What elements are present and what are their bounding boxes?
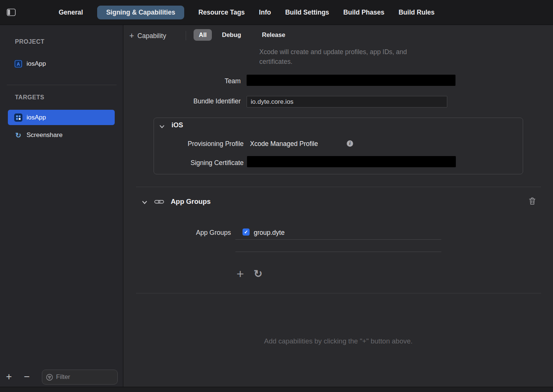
checkmark-icon: ✓ xyxy=(244,229,248,235)
app-groups-field-label: App Groups xyxy=(124,229,231,237)
add-capability-label: Capability xyxy=(138,32,166,40)
refresh-target-icon: ↻ xyxy=(14,131,22,139)
project-section-header: PROJECT xyxy=(15,38,44,45)
project-item-iosapp[interactable]: A iosApp xyxy=(8,56,115,71)
svg-text:A: A xyxy=(17,62,20,67)
signing-certificate-redacted[interactable] xyxy=(247,156,456,167)
target-item-screenshare[interactable]: ↻ Screenshare xyxy=(8,128,115,142)
ios-signing-group: iOS Provisioning Profile Xcode Managed P… xyxy=(154,118,523,174)
xcode-window: General Signing & Capabilities Resource … xyxy=(0,0,553,392)
sidebar-toggle-button[interactable] xyxy=(6,9,16,17)
provisioning-profile-label: Provisioning Profile xyxy=(154,140,244,148)
window-bottom-edge xyxy=(0,387,553,392)
app-groups-disclosure-button[interactable] xyxy=(142,200,147,205)
filter-input[interactable] xyxy=(56,373,114,381)
chevron-down-icon xyxy=(142,200,147,205)
tab-resource-tags[interactable]: Resource Tags xyxy=(198,6,245,19)
plus-icon: + xyxy=(129,32,134,40)
ios-disclosure-button[interactable] xyxy=(160,124,164,130)
team-label: Team xyxy=(124,77,241,85)
target-item-label: Screenshare xyxy=(27,131,62,139)
app-group-checkbox[interactable]: ✓ xyxy=(242,228,250,236)
signing-capabilities-editor: + Capability All Debug Release Xcode wil… xyxy=(124,25,553,392)
app-groups-section-title: App Groups xyxy=(171,197,211,206)
section-divider xyxy=(136,187,541,187)
app-group-entry-label[interactable]: group.dyte xyxy=(254,229,285,237)
provisioning-profile-value[interactable]: Xcode Managed Profile xyxy=(250,140,318,148)
tab-build-phases[interactable]: Build Phases xyxy=(343,6,384,19)
add-app-group-button[interactable]: + xyxy=(237,267,244,280)
target-app-icon xyxy=(14,113,22,122)
project-app-icon: A xyxy=(14,60,22,68)
sidebar-panel-icon xyxy=(7,12,16,17)
chevron-down-icon xyxy=(160,124,164,130)
info-icon[interactable]: i xyxy=(347,140,353,147)
tab-build-rules[interactable]: Build Rules xyxy=(399,6,435,19)
project-item-label: iosApp xyxy=(27,60,46,68)
signing-note-line1: Xcode will create and update profiles, a… xyxy=(259,48,407,56)
filter-icon xyxy=(46,374,53,381)
remove-target-button[interactable]: − xyxy=(24,371,30,382)
sidebar-divider xyxy=(7,85,117,85)
tab-signing-capabilities[interactable]: Signing & Capabilities xyxy=(97,6,184,19)
toolbar-separator xyxy=(186,31,186,40)
section-divider xyxy=(136,293,541,293)
delete-capability-button[interactable] xyxy=(529,197,536,206)
tab-general[interactable]: General xyxy=(59,6,83,19)
segment-release[interactable]: Release xyxy=(262,29,285,41)
project-navigator: PROJECT A iosApp TARGETS xyxy=(0,25,123,392)
tab-info[interactable]: Info xyxy=(259,6,271,19)
link-icon xyxy=(154,199,164,205)
segment-debug[interactable]: Debug xyxy=(222,29,241,41)
add-target-button[interactable]: + xyxy=(6,371,12,382)
editor-tab-bar: General Signing & Capabilities Resource … xyxy=(0,0,553,25)
bundle-identifier-field[interactable]: io.dyte.core.ios xyxy=(247,96,447,108)
trash-icon xyxy=(529,200,536,206)
team-value-redacted[interactable] xyxy=(247,75,455,86)
add-capability-button[interactable]: + Capability xyxy=(129,30,166,42)
signing-note-line2: certificates. xyxy=(259,58,293,66)
target-item-label: iosApp xyxy=(27,114,46,121)
tab-build-settings[interactable]: Build Settings xyxy=(285,6,329,19)
tab-bar: General Signing & Capabilities Resource … xyxy=(59,0,435,25)
row-separator xyxy=(235,239,441,240)
bundle-identifier-label: Bundle Identifier xyxy=(124,97,241,105)
target-item-iosapp[interactable]: iosApp xyxy=(8,110,115,125)
segment-all[interactable]: All xyxy=(194,29,212,41)
filter-field[interactable] xyxy=(42,370,118,385)
targets-section-header: TARGETS xyxy=(15,94,44,101)
refresh-app-groups-button[interactable]: ↻ xyxy=(254,268,262,280)
ios-group-title: iOS xyxy=(172,121,183,129)
signing-certificate-label: Signing Certificate xyxy=(154,159,244,167)
row-separator xyxy=(235,252,441,252)
add-capabilities-hint: Add capabilities by clicking the "+" but… xyxy=(124,337,553,345)
